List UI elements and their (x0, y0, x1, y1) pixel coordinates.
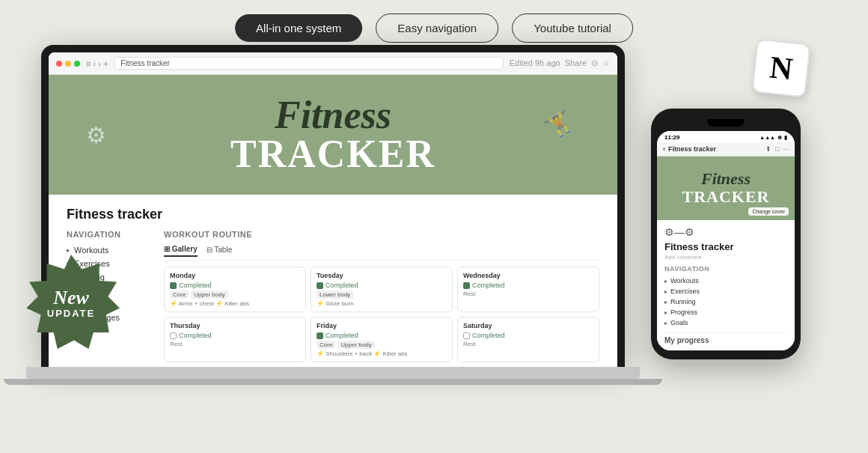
badge-youtube[interactable]: Youtube tutorial (512, 13, 633, 43)
browser-icon-2: ☆ (602, 58, 610, 68)
minimize-dot (65, 61, 71, 67)
mobile-nav-bar: ‹ Fitness tracker ⬆ □ ··· (657, 142, 795, 156)
tab-table[interactable]: ⊟ Table (207, 245, 233, 257)
mobile-nav-exercises[interactable]: Exercises (664, 286, 787, 297)
tracker-text: TRACKER (230, 135, 435, 174)
more-icon[interactable]: ··· (783, 145, 789, 153)
mobile-banner-title: Fitness TRACKER (682, 171, 769, 207)
day-card-friday: Friday Completed Core Upper body ⚡ Shoul… (311, 317, 453, 362)
dumbbell-left-icon: ⚙ (86, 122, 106, 148)
bookmark-icon[interactable]: □ (775, 145, 779, 153)
close-dot (56, 61, 62, 67)
wifi-icon: ⊕ (777, 135, 782, 141)
mobile-fitness-text: Fitness (682, 171, 769, 187)
mobile-nav-running[interactable]: Running (664, 297, 787, 307)
dumbbell-right-icon: 🏋 (540, 106, 578, 142)
notion-cube-icon: N (751, 38, 810, 97)
mobile-change-cover-btn[interactable]: Change cover (748, 207, 789, 216)
browser-action-icons: Edited 9h ago Share ⊙ ☆ (510, 58, 610, 68)
mobile-nav-heading: Navigation (664, 265, 787, 273)
laptop-screen-border: ≡ ‹ › + Fitness tracker Edited 9h ago Sh… (41, 45, 625, 367)
battery-icon: ▮ (784, 135, 787, 141)
mobile-time: 11:29 (664, 134, 679, 141)
back-icon[interactable]: ‹ (663, 145, 665, 153)
mobile-nav-goals[interactable]: Goals (664, 317, 787, 328)
browser-url-bar[interactable]: Fitness tracker (114, 57, 503, 70)
mobile-mockup: 11:29 ▲▲▲ ⊕ ▮ ‹ Fitness tracker ⬆ □ ··· (651, 109, 801, 359)
day-card-tuesday: Tuesday Completed Lower body ⚡ Glute bur… (311, 267, 453, 312)
starburst-shape: New UPDATE (22, 255, 120, 352)
mobile-nav-action-icons: ⬆ □ ··· (765, 145, 789, 153)
update-label: UPDATE (47, 308, 95, 319)
mobile-nav-workouts[interactable]: Workouts (664, 276, 787, 286)
new-label: New (53, 288, 89, 308)
tab-gallery[interactable]: ⊞ Gallery (164, 245, 198, 257)
top-badges-container: All-in one system Easy navigation Youtub… (235, 13, 633, 43)
mobile-screen: 11:29 ▲▲▲ ⊕ ▮ ‹ Fitness tracker ⬆ □ ··· (657, 131, 795, 350)
browser-chrome: ≡ ‹ › + Fitness tracker Edited 9h ago Sh… (49, 52, 617, 75)
browser-nav-icons: ≡ ‹ › + (86, 59, 108, 68)
browser-icon-1: ⊙ (591, 58, 598, 68)
laptop-mockup: ≡ ‹ › + Fitness tracker Edited 9h ago Sh… (41, 45, 625, 385)
laptop-screen: ≡ ‹ › + Fitness tracker Edited 9h ago Sh… (49, 52, 617, 367)
two-col-layout: Navigation Workouts Exercises Running Pr… (67, 230, 599, 362)
laptop-content: Fitness tracker Navigation Workouts Exer… (49, 195, 617, 365)
day-card-saturday: Saturday Completed Rest (457, 317, 599, 362)
fitness-text: Fitness (230, 96, 435, 135)
notch-cutout (707, 119, 745, 127)
mobile-banner: Fitness TRACKER Change cover (657, 156, 795, 220)
mobile-status-bar: 11:29 ▲▲▲ ⊕ ▮ (657, 131, 795, 142)
signal-icon: ▲▲▲ (760, 135, 775, 141)
day-card-wednesday: Wednesday Completed Rest (457, 267, 599, 312)
workout-heading: Workout routine (164, 230, 599, 239)
badge-all-in-one[interactable]: All-in one system (235, 14, 362, 42)
workout-section: Workout routine ⊞ Gallery ⊟ Table Monday… (164, 230, 599, 362)
mobile-my-progress: My progress (664, 332, 787, 344)
banner-title: Fitness TRACKER (230, 96, 435, 174)
notion-logo: N (754, 41, 808, 95)
fitness-banner: ⚙ Fitness TRACKER 🏋 (49, 75, 617, 195)
nav-heading: Navigation (67, 230, 149, 239)
mobile-frame: 11:29 ▲▲▲ ⊕ ▮ ‹ Fitness tracker ⬆ □ ··· (651, 109, 801, 359)
fullscreen-dot (74, 61, 80, 67)
new-update-badge: New UPDATE (22, 255, 120, 352)
mobile-nav-title: ‹ Fitness tracker (663, 145, 716, 153)
workout-grid: Monday Completed Core Upper body ⚡ Arms … (164, 267, 599, 362)
share-button[interactable]: Share (565, 58, 587, 68)
day-card-thursday: Thursday Completed Rest (164, 317, 306, 362)
mobile-page-name: Fitness tracker (668, 145, 716, 153)
mobile-nav-progress[interactable]: Progress (664, 307, 787, 317)
browser-dots (56, 61, 80, 67)
day-card-monday: Monday Completed Core Upper body ⚡ Arms … (164, 267, 306, 312)
mobile-status-icons: ▲▲▲ ⊕ ▮ (760, 135, 787, 141)
laptop-page-title: Fitness tracker (67, 207, 599, 222)
laptop-base (26, 367, 640, 379)
mobile-add-comment[interactable]: Add comment (664, 254, 787, 261)
share-icon[interactable]: ⬆ (765, 145, 771, 153)
workout-tabs: ⊞ Gallery ⊟ Table (164, 245, 599, 261)
mobile-page-title: Fitness tracker (664, 241, 787, 252)
mobile-tracker-text: TRACKER (682, 187, 769, 207)
mobile-content: ⚙—⚙ Fitness tracker Add comment Navigati… (657, 220, 795, 350)
mobile-notch (657, 118, 795, 128)
edited-text: Edited 9h ago (510, 58, 560, 68)
laptop-foot (4, 379, 662, 385)
badge-easy-nav[interactable]: Easy navigation (376, 13, 498, 43)
mobile-dumbbell-icon: ⚙—⚙ (664, 226, 787, 238)
